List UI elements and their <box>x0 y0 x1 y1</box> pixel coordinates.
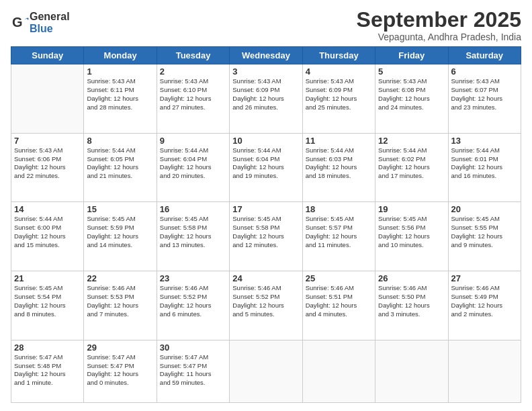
day-number: 2 <box>160 66 226 77</box>
day-number: 11 <box>306 136 372 146</box>
day-number: 15 <box>87 204 153 214</box>
day-info: Sunrise: 5:47 AM Sunset: 5:48 PM Dayligh… <box>14 353 81 387</box>
day-number: 28 <box>14 342 81 353</box>
page: G General Blue September 2025 Vepagunta,… <box>0 0 532 411</box>
logo-icon: G <box>11 13 30 32</box>
logo-blue: Blue <box>30 23 70 35</box>
day-of-week-header: Tuesday <box>157 47 229 64</box>
day-info: Sunrise: 5:46 AM Sunset: 5:52 PM Dayligh… <box>232 284 299 318</box>
month-title: September 2025 <box>357 8 521 32</box>
day-info: Sunrise: 5:45 AM Sunset: 5:54 PM Dayligh… <box>14 284 81 318</box>
calendar-day-cell: 30Sunrise: 5:47 AM Sunset: 5:47 PM Dayli… <box>157 340 229 402</box>
day-info: Sunrise: 5:47 AM Sunset: 5:47 PM Dayligh… <box>87 353 153 387</box>
day-info: Sunrise: 5:43 AM Sunset: 6:07 PM Dayligh… <box>451 77 518 111</box>
calendar-day-cell: 9Sunrise: 5:44 AM Sunset: 6:04 PM Daylig… <box>157 133 229 202</box>
day-info: Sunrise: 5:47 AM Sunset: 5:47 PM Dayligh… <box>160 353 226 387</box>
day-number: 29 <box>87 342 153 353</box>
day-info: Sunrise: 5:46 AM Sunset: 5:50 PM Dayligh… <box>378 284 445 318</box>
day-number: 19 <box>378 204 445 214</box>
svg-text:G: G <box>12 15 23 30</box>
calendar-day-cell: 27Sunrise: 5:46 AM Sunset: 5:49 PM Dayli… <box>448 271 521 340</box>
day-number: 26 <box>378 273 445 283</box>
day-info: Sunrise: 5:45 AM Sunset: 5:58 PM Dayligh… <box>160 215 226 249</box>
calendar-day-cell: 8Sunrise: 5:44 AM Sunset: 6:05 PM Daylig… <box>84 133 157 202</box>
logo-general: General <box>30 11 70 23</box>
calendar-day-cell: 3Sunrise: 5:43 AM Sunset: 6:09 PM Daylig… <box>230 64 302 134</box>
day-number: 6 <box>451 66 518 77</box>
calendar-day-cell: 15Sunrise: 5:45 AM Sunset: 5:59 PM Dayli… <box>84 202 157 271</box>
day-number: 4 <box>306 66 372 77</box>
calendar-day-cell: 17Sunrise: 5:45 AM Sunset: 5:58 PM Dayli… <box>230 202 302 271</box>
day-number: 7 <box>14 136 81 146</box>
day-number: 5 <box>378 66 445 77</box>
day-info: Sunrise: 5:44 AM Sunset: 6:02 PM Dayligh… <box>378 146 445 181</box>
day-info: Sunrise: 5:45 AM Sunset: 5:58 PM Dayligh… <box>232 215 299 249</box>
calendar-day-cell: 7Sunrise: 5:43 AM Sunset: 6:06 PM Daylig… <box>11 133 84 202</box>
day-number: 25 <box>306 273 372 283</box>
day-number: 27 <box>451 273 518 283</box>
day-info: Sunrise: 5:46 AM Sunset: 5:49 PM Dayligh… <box>451 284 518 318</box>
calendar-day-cell: 5Sunrise: 5:43 AM Sunset: 6:08 PM Daylig… <box>375 64 448 134</box>
day-of-week-header: Friday <box>375 47 448 64</box>
day-info: Sunrise: 5:44 AM Sunset: 6:04 PM Dayligh… <box>232 146 299 181</box>
day-info: Sunrise: 5:43 AM Sunset: 6:08 PM Dayligh… <box>378 77 445 111</box>
calendar-day-cell: 13Sunrise: 5:44 AM Sunset: 6:01 PM Dayli… <box>448 133 521 202</box>
calendar-week-row: 7Sunrise: 5:43 AM Sunset: 6:06 PM Daylig… <box>11 133 521 202</box>
logo: G General Blue <box>11 11 70 34</box>
day-info: Sunrise: 5:45 AM Sunset: 5:59 PM Dayligh… <box>87 215 153 249</box>
calendar-week-row: 14Sunrise: 5:44 AM Sunset: 6:00 PM Dayli… <box>11 202 521 271</box>
calendar-body: 1Sunrise: 5:43 AM Sunset: 6:11 PM Daylig… <box>11 64 521 403</box>
calendar-day-cell: 26Sunrise: 5:46 AM Sunset: 5:50 PM Dayli… <box>375 271 448 340</box>
calendar-day-cell: 28Sunrise: 5:47 AM Sunset: 5:48 PM Dayli… <box>11 340 84 402</box>
calendar-day-cell <box>11 64 84 134</box>
calendar-week-row: 1Sunrise: 5:43 AM Sunset: 6:11 PM Daylig… <box>11 64 521 134</box>
day-of-week-header: Thursday <box>302 47 375 64</box>
day-info: Sunrise: 5:44 AM Sunset: 6:01 PM Dayligh… <box>451 146 518 181</box>
day-number: 21 <box>14 273 81 283</box>
day-info: Sunrise: 5:43 AM Sunset: 6:06 PM Dayligh… <box>14 146 81 181</box>
day-number: 8 <box>87 136 153 146</box>
day-number: 9 <box>160 136 226 146</box>
day-info: Sunrise: 5:44 AM Sunset: 6:04 PM Dayligh… <box>160 146 226 181</box>
calendar-day-cell: 29Sunrise: 5:47 AM Sunset: 5:47 PM Dayli… <box>84 340 157 402</box>
day-number: 22 <box>87 273 153 283</box>
day-number: 12 <box>378 136 445 146</box>
day-number: 24 <box>232 273 299 283</box>
calendar-header-row: SundayMondayTuesdayWednesdayThursdayFrid… <box>11 47 521 64</box>
calendar-day-cell <box>448 340 521 402</box>
day-info: Sunrise: 5:43 AM Sunset: 6:10 PM Dayligh… <box>160 77 226 111</box>
day-info: Sunrise: 5:45 AM Sunset: 5:56 PM Dayligh… <box>378 215 445 249</box>
day-number: 23 <box>160 273 226 283</box>
calendar-day-cell: 4Sunrise: 5:43 AM Sunset: 6:09 PM Daylig… <box>302 64 375 134</box>
calendar-day-cell: 23Sunrise: 5:46 AM Sunset: 5:52 PM Dayli… <box>157 271 229 340</box>
day-of-week-header: Monday <box>84 47 157 64</box>
day-number: 1 <box>87 66 153 77</box>
day-number: 16 <box>160 204 226 214</box>
calendar-day-cell: 19Sunrise: 5:45 AM Sunset: 5:56 PM Dayli… <box>375 202 448 271</box>
calendar-table: SundayMondayTuesdayWednesdayThursdayFrid… <box>11 46 521 403</box>
day-number: 3 <box>232 66 299 77</box>
day-number: 20 <box>451 204 518 214</box>
day-number: 10 <box>232 136 299 146</box>
day-info: Sunrise: 5:46 AM Sunset: 5:51 PM Dayligh… <box>306 284 372 318</box>
calendar-week-row: 28Sunrise: 5:47 AM Sunset: 5:48 PM Dayli… <box>11 340 521 402</box>
calendar-day-cell <box>375 340 448 402</box>
calendar-day-cell: 18Sunrise: 5:45 AM Sunset: 5:57 PM Dayli… <box>302 202 375 271</box>
day-number: 14 <box>14 204 81 214</box>
day-info: Sunrise: 5:43 AM Sunset: 6:11 PM Dayligh… <box>87 77 153 111</box>
calendar-day-cell: 10Sunrise: 5:44 AM Sunset: 6:04 PM Dayli… <box>230 133 302 202</box>
day-of-week-header: Saturday <box>448 47 521 64</box>
day-info: Sunrise: 5:46 AM Sunset: 5:52 PM Dayligh… <box>160 284 226 318</box>
calendar-day-cell: 6Sunrise: 5:43 AM Sunset: 6:07 PM Daylig… <box>448 64 521 134</box>
day-info: Sunrise: 5:45 AM Sunset: 5:55 PM Dayligh… <box>451 215 518 249</box>
title-section: September 2025 Vepagunta, Andhra Pradesh… <box>357 8 521 42</box>
calendar-week-row: 21Sunrise: 5:45 AM Sunset: 5:54 PM Dayli… <box>11 271 521 340</box>
day-number: 13 <box>451 136 518 146</box>
calendar-day-cell: 20Sunrise: 5:45 AM Sunset: 5:55 PM Dayli… <box>448 202 521 271</box>
calendar-day-cell: 25Sunrise: 5:46 AM Sunset: 5:51 PM Dayli… <box>302 271 375 340</box>
day-of-week-header: Wednesday <box>230 47 302 64</box>
day-number: 17 <box>232 204 299 214</box>
calendar-day-cell: 21Sunrise: 5:45 AM Sunset: 5:54 PM Dayli… <box>11 271 84 340</box>
day-info: Sunrise: 5:46 AM Sunset: 5:53 PM Dayligh… <box>87 284 153 318</box>
header: G General Blue September 2025 Vepagunta,… <box>11 8 521 42</box>
